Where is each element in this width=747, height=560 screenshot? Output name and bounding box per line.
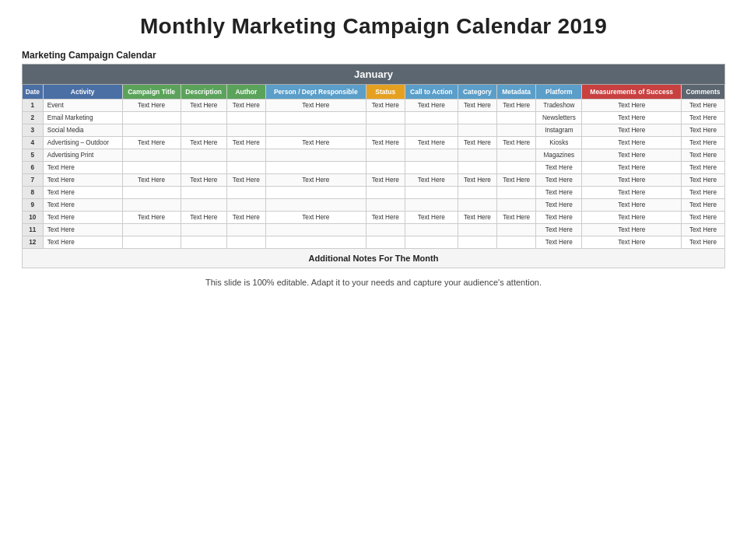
cell-platform: Instagram: [536, 124, 582, 137]
cell-measurement: Text Here: [582, 212, 682, 224]
col-header-platform: Platform: [536, 85, 582, 100]
cell-activity: Text Here: [43, 174, 122, 187]
month-label: January: [23, 65, 725, 85]
cell-category: [458, 236, 496, 249]
table-row: 10Text HereText HereText HereText HereTe…: [23, 212, 725, 224]
cell-platform: Newsletters: [536, 112, 582, 124]
cell-activity: Text Here: [43, 187, 122, 199]
cell-description: [181, 112, 226, 124]
calendar-table: January DateActivityCampaign TitleDescri…: [22, 64, 725, 268]
cell-cta: [405, 187, 458, 199]
data-body: 1EventText HereText HereText HereText He…: [23, 100, 725, 249]
cell-cta: [405, 199, 458, 212]
cell-status: [366, 124, 405, 137]
cell-category: [458, 112, 496, 124]
cell-person: [265, 199, 366, 212]
cell-person: [265, 162, 366, 174]
cell-cta: [405, 112, 458, 124]
cell-status: Text Here: [366, 137, 405, 149]
cell-person: Text Here: [265, 100, 366, 112]
cell-date: 1: [23, 100, 44, 112]
cell-cta: Text Here: [405, 212, 458, 224]
cell-platform: Text Here: [536, 212, 582, 224]
cell-platform: Kiosks: [536, 137, 582, 149]
cell-comments: Text Here: [682, 149, 725, 162]
cell-platform: Text Here: [536, 236, 582, 249]
col-header-metadata: Metadata: [497, 85, 536, 100]
cell-description: Text Here: [181, 137, 226, 149]
cell-person: [265, 236, 366, 249]
cell-platform: Text Here: [536, 224, 582, 236]
cell-measurement: Text Here: [582, 149, 682, 162]
cell-platform: Text Here: [536, 174, 582, 187]
cell-category: Text Here: [458, 100, 496, 112]
cell-campaign_title: Text Here: [122, 174, 181, 187]
table-row: 11Text HereText HereText HereText Here: [23, 224, 725, 236]
cell-measurement: Text Here: [582, 112, 682, 124]
cell-author: [226, 199, 265, 212]
cell-date: 3: [23, 124, 44, 137]
cell-comments: Text Here: [682, 212, 725, 224]
cell-metadata: Text Here: [497, 100, 536, 112]
cell-comments: Text Here: [682, 124, 725, 137]
cell-platform: Text Here: [536, 199, 582, 212]
cell-comments: Text Here: [682, 112, 725, 124]
cell-activity: Advertising – Outdoor: [43, 137, 122, 149]
cell-description: [181, 224, 226, 236]
cell-status: [366, 224, 405, 236]
cell-cta: Text Here: [405, 100, 458, 112]
cell-status: [366, 236, 405, 249]
cell-author: [226, 112, 265, 124]
cell-comments: Text Here: [682, 174, 725, 187]
cell-activity: Event: [43, 100, 122, 112]
cell-author: Text Here: [226, 174, 265, 187]
col-header-description: Description: [181, 85, 226, 100]
cell-status: [366, 199, 405, 212]
section-label: Marketing Campaign Calendar: [22, 50, 725, 61]
cell-measurement: Text Here: [582, 137, 682, 149]
cell-cta: [405, 236, 458, 249]
cell-campaign_title: [122, 187, 181, 199]
cell-comments: Text Here: [682, 236, 725, 249]
cell-cta: [405, 149, 458, 162]
cell-description: [181, 124, 226, 137]
cell-activity: Text Here: [43, 212, 122, 224]
cell-measurement: Text Here: [582, 224, 682, 236]
cell-measurement: Text Here: [582, 174, 682, 187]
cell-category: Text Here: [458, 137, 496, 149]
cell-metadata: Text Here: [497, 212, 536, 224]
cell-campaign_title: [122, 224, 181, 236]
cell-metadata: [497, 162, 536, 174]
cell-measurement: Text Here: [582, 199, 682, 212]
cell-cta: Text Here: [405, 137, 458, 149]
cell-metadata: [497, 124, 536, 137]
cell-metadata: [497, 224, 536, 236]
table-row: 4Advertising – OutdoorText HereText Here…: [23, 137, 725, 149]
cell-category: Text Here: [458, 212, 496, 224]
cell-platform: Text Here: [536, 187, 582, 199]
col-header-measurement: Measurements of Success: [582, 85, 682, 100]
cell-author: [226, 124, 265, 137]
cell-comments: Text Here: [682, 162, 725, 174]
cell-date: 8: [23, 187, 44, 199]
cell-activity: Text Here: [43, 199, 122, 212]
cell-date: 10: [23, 212, 44, 224]
cell-status: [366, 187, 405, 199]
cell-activity: Text Here: [43, 162, 122, 174]
cell-author: [226, 224, 265, 236]
cell-status: Text Here: [366, 212, 405, 224]
cell-activity: Email Marketing: [43, 112, 122, 124]
cell-description: Text Here: [181, 174, 226, 187]
cell-status: Text Here: [366, 174, 405, 187]
cell-metadata: Text Here: [497, 174, 536, 187]
column-headers-row: DateActivityCampaign TitleDescriptionAut…: [23, 85, 725, 100]
notes-row: Additional Notes For The Month: [23, 249, 725, 268]
col-header-campaign_title: Campaign Title: [122, 85, 181, 100]
cell-author: [226, 149, 265, 162]
cell-campaign_title: [122, 199, 181, 212]
cell-description: [181, 149, 226, 162]
footer-text: This slide is 100% editable. Adapt it to…: [22, 278, 725, 287]
cell-metadata: [497, 112, 536, 124]
table-row: 6Text HereText HereText HereText Here: [23, 162, 725, 174]
cell-metadata: Text Here: [497, 137, 536, 149]
